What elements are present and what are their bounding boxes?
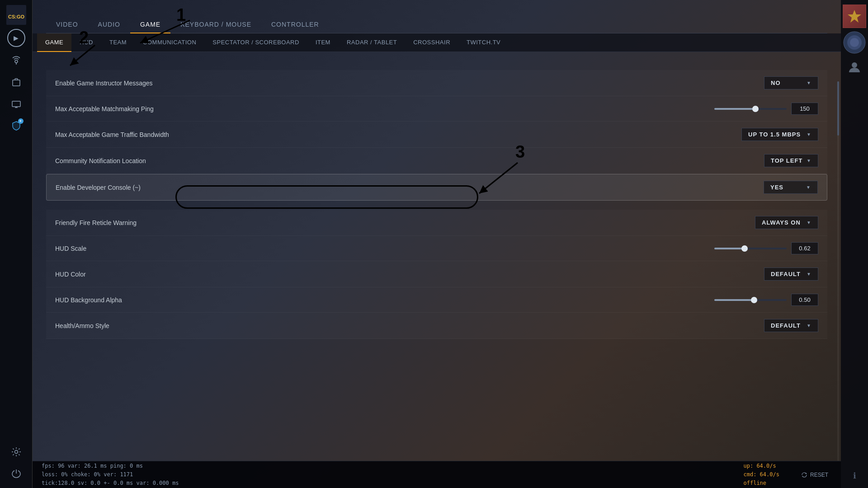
dropdown-community-notification[interactable]: TOP LEFT ▼ (764, 154, 818, 167)
setting-value-hud-color: DEFAULT ▼ (755, 267, 818, 281)
dropdown-value-friendly-fire: ALWAYS ON (762, 219, 801, 226)
setting-label-hud-color: HUD Color (55, 271, 755, 278)
scroll-thumb (837, 81, 839, 136)
dropdown-hud-color[interactable]: DEFAULT ▼ (764, 267, 818, 281)
setting-hud-color: HUD Color DEFAULT ▼ (46, 261, 827, 287)
hud-scale-slider-container: 0.62 (714, 242, 818, 254)
csgo-logo[interactable]: CS:GO (5, 4, 28, 26)
top-nav: Video Audio Game Keyboard / Mouse Contro… (46, 16, 827, 33)
header: Video Audio Game Keyboard / Mouse Contro… (33, 0, 841, 33)
setting-value-instructor: NO ▼ (755, 76, 818, 89)
sidebar-icon-broadcast[interactable] (8, 52, 24, 69)
sub-nav-spectator-scoreboard[interactable]: Spectator / Scoreboard (204, 33, 307, 52)
hud-bg-alpha-value-box: 0.50 (791, 294, 818, 306)
dropdown-value-health-ammo: DEFAULT (771, 322, 801, 329)
top-nav-video[interactable]: Video (46, 16, 88, 33)
ping-slider-track[interactable] (714, 108, 787, 110)
setting-friendly-fire: Friendly Fire Reticle Warning ALWAYS ON … (46, 210, 827, 236)
setting-value-community: TOP LEFT ▼ (755, 154, 818, 167)
svg-marker-9 (848, 10, 861, 23)
sub-nav-team[interactable]: Team (101, 33, 135, 52)
svg-point-13 (852, 62, 857, 68)
dropdown-developer-console[interactable]: YES ▼ (764, 181, 818, 194)
hud-scale-slider-track[interactable] (714, 248, 787, 249)
status-cmd-line: cmd: 64.0/s (744, 470, 779, 479)
status-fps-line: fps: 96 var: 26.1 ms ping: 0 ms (42, 462, 179, 470)
sub-nav-game[interactable]: Game (37, 33, 71, 52)
setting-label-ping: Max Acceptable Matchmaking Ping (55, 105, 714, 113)
info-icon[interactable]: ℹ (853, 471, 856, 481)
svg-rect-5 (12, 101, 20, 107)
play-button[interactable]: ▶ (7, 29, 25, 47)
dropdown-value-bandwidth: UP TO 1.5 MBPS (748, 131, 801, 138)
setting-label-hud-scale: HUD Scale (55, 245, 714, 252)
sub-nav-communication[interactable]: Communication (135, 33, 204, 52)
dropdown-bandwidth[interactable]: UP TO 1.5 MBPS ▼ (741, 128, 818, 141)
setting-value-hud-scale: 0.62 (714, 242, 818, 254)
left-sidebar: CS:GO ▶ + (0, 0, 33, 488)
svg-point-8 (14, 450, 18, 454)
setting-matchmaking-ping: Max Acceptable Matchmaking Ping 150 (46, 96, 827, 122)
setting-value-console: YES ▼ (755, 181, 818, 194)
sub-nav-radar-tablet[interactable]: Radar / Tablet (339, 33, 405, 52)
dropdown-arrow-health-ammo: ▼ (807, 323, 811, 328)
dropdown-health-ammo[interactable]: DEFAULT ▼ (764, 319, 818, 332)
sidebar-icon-power[interactable] (8, 465, 24, 482)
reset-label: RESET (810, 472, 828, 478)
setting-game-instructor-messages: Enable Game Instructor Messages NO ▼ (46, 70, 827, 96)
setting-value-hud-bg-alpha: 0.50 (714, 294, 818, 306)
setting-label-friendly-fire: Friendly Fire Reticle Warning (55, 219, 755, 226)
avatar-rank-blue[interactable] (843, 31, 866, 56)
setting-label-console: Enable Developer Console (~) (56, 184, 755, 191)
hud-bg-alpha-slider-thumb[interactable] (751, 297, 757, 303)
sidebar-icon-settings[interactable] (8, 444, 24, 460)
top-nav-controller[interactable]: Controller (261, 16, 329, 33)
top-nav-keyboard-mouse[interactable]: Keyboard / Mouse (170, 16, 261, 33)
main-content: Video Audio Game Keyboard / Mouse Contro… (33, 0, 841, 488)
sub-nav-item[interactable]: Item (307, 33, 339, 52)
reset-button[interactable]: RESET (797, 470, 832, 480)
status-text-right: up: 64.0/s cmd: 64.0/s offline (744, 462, 779, 488)
status-offline-line: offline (744, 479, 779, 488)
sidebar-icon-inventory[interactable] (8, 74, 24, 90)
avatar-user[interactable] (847, 60, 862, 76)
status-bar: fps: 96 var: 26.1 ms ping: 0 ms loss: 0%… (33, 461, 841, 488)
right-sidebar: ℹ (841, 0, 868, 488)
sub-nav: Game Hud Team Communication Spectator / … (33, 33, 841, 52)
sub-nav-crosshair[interactable]: Crosshair (405, 33, 458, 52)
setting-label-hud-bg-alpha: HUD Background Alpha (55, 296, 714, 304)
dropdown-instructor-messages[interactable]: NO ▼ (764, 76, 818, 89)
sidebar-icon-shield[interactable]: + (8, 117, 24, 134)
svg-point-12 (850, 38, 859, 47)
top-nav-game[interactable]: Game (130, 16, 170, 33)
ping-value-box: 150 (791, 103, 818, 115)
dropdown-arrow-instructor: ▼ (807, 80, 811, 85)
status-text-left: fps: 96 var: 26.1 ms ping: 0 ms loss: 0%… (42, 462, 179, 488)
dropdown-value-community: TOP LEFT (771, 157, 802, 164)
scroll-track (837, 81, 839, 461)
setting-community-notification: Community Notification Location TOP LEFT… (46, 148, 827, 174)
hud-bg-alpha-slider-container: 0.50 (714, 294, 818, 306)
setting-value-health-ammo: DEFAULT ▼ (755, 319, 818, 332)
setting-label-bandwidth: Max Acceptable Game Traffic Bandwidth (55, 131, 741, 138)
scroll-indicator[interactable] (836, 81, 840, 461)
setting-label-health-ammo: Health/Ammo Style (55, 322, 755, 329)
top-nav-audio[interactable]: Audio (88, 16, 130, 33)
sidebar-icon-tv[interactable] (8, 96, 24, 112)
dropdown-value-instructor: NO (771, 80, 781, 86)
ping-slider-thumb[interactable] (752, 106, 759, 112)
dropdown-friendly-fire[interactable]: ALWAYS ON ▼ (755, 216, 818, 229)
setting-developer-console: Enable Developer Console (~) YES ▼ (46, 174, 827, 201)
setting-label-community: Community Notification Location (55, 157, 755, 164)
settings-area[interactable]: Enable Game Instructor Messages NO ▼ Max… (33, 52, 841, 488)
hud-bg-alpha-slider-track[interactable] (714, 299, 787, 301)
ping-slider-fill (714, 108, 755, 110)
status-tick-line: tick:128.0 sv: 0.0 +- 0.0 ms var: 0.000 … (42, 479, 179, 488)
sub-nav-twitchtv[interactable]: Twitch.tv (458, 33, 509, 52)
setting-hud-scale: HUD Scale 0.62 (46, 236, 827, 261)
hud-scale-slider-thumb[interactable] (741, 245, 748, 252)
sub-nav-hud[interactable]: Hud (71, 33, 101, 52)
avatar-rank-gold[interactable] (843, 5, 866, 28)
setting-health-ammo: Health/Ammo Style DEFAULT ▼ (46, 313, 827, 339)
setting-value-friendly-fire: ALWAYS ON ▼ (755, 216, 818, 229)
